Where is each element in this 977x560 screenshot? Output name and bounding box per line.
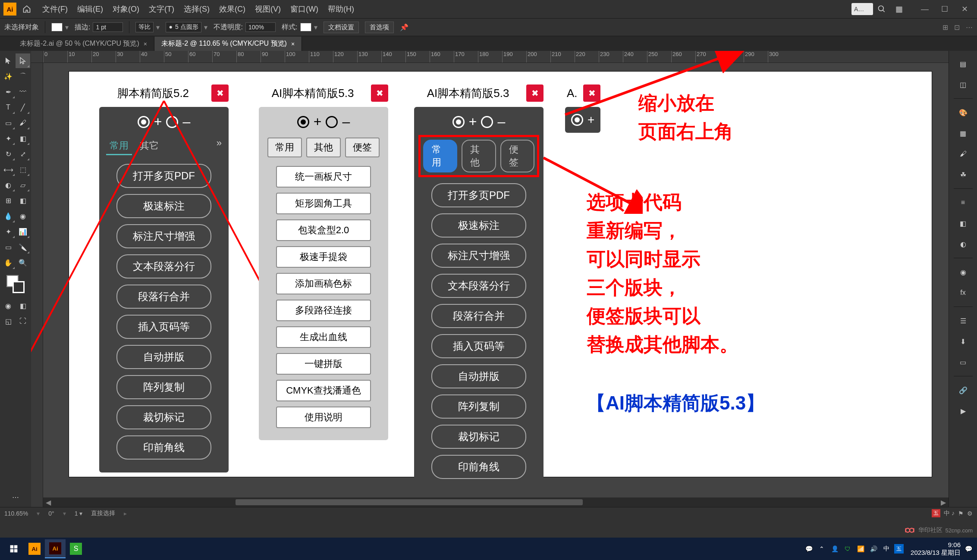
stroke-width-input[interactable] — [93, 22, 123, 32]
free-transform-tool[interactable]: ⬚ — [16, 162, 30, 177]
horizontal-scrollbar[interactable]: ◀ ▶ — [43, 497, 949, 507]
close-icon[interactable]: ✖ — [371, 84, 388, 102]
menu-edit[interactable]: 编辑(E) — [77, 4, 103, 14]
line-tool[interactable]: ╱ — [16, 100, 30, 115]
fill-mode-color[interactable]: ◉ — [1, 298, 16, 313]
color-picker[interactable] — [6, 275, 25, 293]
fill-mode-gradient[interactable]: ◧ — [16, 298, 30, 313]
rotate-tool[interactable]: ↻ — [1, 147, 16, 161]
symbols-panel-icon[interactable]: ☘ — [954, 165, 973, 184]
perspective-tool[interactable]: ▱ — [16, 178, 30, 192]
script-button[interactable]: 矩形圆角工具 — [276, 193, 371, 214]
brush-dropdown[interactable]: ●5 点圆形 — [166, 22, 201, 32]
opacity-input[interactable] — [245, 22, 276, 32]
magic-wand-tool[interactable]: ✨ — [1, 69, 16, 84]
ime-lang[interactable]: 中 ♪ — [944, 510, 955, 517]
tray-keyboard-icon[interactable]: 五 — [894, 544, 904, 554]
script-button[interactable]: 阵列复制 — [431, 394, 526, 419]
document-setup-button[interactable]: 文档设置 — [324, 22, 359, 33]
gradient-tool[interactable]: ◧ — [16, 193, 30, 208]
asset-export-panel-icon[interactable]: ⬇ — [954, 332, 973, 351]
eyedropper-tool[interactable]: 💧 — [1, 209, 16, 223]
shape-builder-tool[interactable]: ◐ — [1, 178, 16, 192]
tab-common[interactable]: 常用 — [267, 138, 302, 157]
script-button[interactable]: 裁切标记 — [431, 425, 526, 449]
tab-notes[interactable]: 便签 — [345, 138, 380, 157]
script-button[interactable]: 自动拼版 — [431, 364, 526, 388]
tray-people-icon[interactable]: 👤 — [829, 544, 840, 554]
script-button[interactable]: 多段路径连接 — [276, 300, 371, 321]
lasso-tool[interactable]: ⌒ — [16, 69, 30, 84]
title-search[interactable]: A… — [851, 3, 873, 15]
notification-icon[interactable]: ⚑ — [958, 510, 964, 517]
width-tool[interactable]: ⟷ — [1, 162, 16, 177]
taskbar-clock[interactable]: 9:06 2023/8/13 星期日 — [911, 541, 961, 557]
menu-help[interactable]: 帮助(H) — [328, 4, 354, 14]
script-button[interactable]: 使用说明 — [276, 407, 371, 428]
script-button[interactable]: 包装盒型2.0 — [276, 219, 371, 241]
layers-panel-icon[interactable]: ☰ — [954, 311, 973, 330]
draw-mode-icon[interactable]: ◱ — [1, 314, 16, 328]
shaper-tool[interactable]: ✦ — [1, 131, 16, 146]
rectangle-tool[interactable]: ▭ — [1, 116, 16, 130]
brushes-panel-icon[interactable]: 🖌 — [954, 144, 973, 163]
ruler-origin[interactable] — [31, 51, 43, 63]
style-swatch[interactable] — [300, 23, 311, 31]
close-icon[interactable]: ✖ — [526, 84, 543, 102]
properties-panel-icon[interactable]: ▤ — [954, 54, 973, 73]
script-button[interactable]: 极速手提袋 — [276, 246, 371, 268]
tray-ime-icon[interactable]: 中 — [881, 544, 892, 554]
script-button[interactable]: 极速标注 — [431, 213, 526, 238]
transform-icon[interactable]: ⊡ — [954, 23, 960, 31]
mesh-tool[interactable]: ⊞ — [1, 193, 16, 208]
script-button[interactable]: 一键拼版 — [276, 353, 371, 375]
tray-icon[interactable]: 💬 — [804, 544, 814, 554]
script-button[interactable]: 生成出血线 — [276, 326, 371, 348]
gradient-panel-icon[interactable]: ◧ — [954, 214, 973, 233]
zoom-tool[interactable]: 🔍 — [16, 255, 30, 270]
ime-indicator[interactable]: 五 — [932, 509, 940, 517]
maximize-button[interactable]: ☐ — [936, 3, 954, 15]
close-icon[interactable]: × — [291, 41, 295, 47]
minimize-button[interactable]: — — [916, 3, 934, 15]
align-icon[interactable]: ⊞ — [942, 23, 948, 31]
menu-window[interactable]: 窗口(W) — [290, 4, 318, 14]
taskbar-app-ai[interactable]: Ai — [24, 539, 45, 558]
script-button[interactable]: 印前角线 — [431, 455, 526, 479]
script-button[interactable]: 统一画板尺寸 — [276, 166, 371, 188]
script-button[interactable]: 打开多页PDF — [431, 183, 526, 207]
pin-icon[interactable]: 📌 — [400, 23, 408, 31]
settings-icon[interactable]: ⚙ — [967, 510, 973, 517]
horizontal-ruler[interactable]: 0102030405060708090100110120130140150160… — [43, 51, 949, 63]
close-icon[interactable]: × — [144, 41, 147, 47]
home-icon[interactable] — [20, 2, 34, 16]
swatches-panel-icon[interactable]: ▦ — [954, 124, 973, 143]
script-button[interactable]: 段落行合并 — [431, 304, 526, 328]
eraser-tool[interactable]: ◧ — [16, 131, 30, 146]
transparency-panel-icon[interactable]: ◐ — [954, 235, 973, 253]
menu-file[interactable]: 文件(F) — [42, 4, 68, 14]
menu-view[interactable]: 视图(V) — [255, 4, 281, 14]
menu-select[interactable]: 选择(S) — [184, 4, 210, 14]
zoom-level[interactable]: 110.65% — [4, 510, 28, 517]
close-icon[interactable]: ✖ — [583, 84, 600, 102]
tab-notes[interactable]: 便签 — [500, 140, 534, 172]
libraries-panel-icon[interactable]: ◫ — [954, 75, 973, 94]
close-icon[interactable]: ✖ — [211, 84, 229, 102]
screen-mode-icon[interactable]: ⛶ — [16, 314, 30, 328]
stroke-panel-icon[interactable]: ≡ — [954, 193, 973, 212]
artboard-nav[interactable]: 1 ▾ — [75, 510, 83, 517]
tray-chevron-up-icon[interactable]: ⌃ — [817, 544, 827, 554]
radio-icon[interactable] — [571, 114, 583, 126]
arrange-icon[interactable]: ▦ — [895, 4, 903, 14]
scale-tool[interactable]: ⤢ — [16, 147, 30, 161]
pen-tool[interactable]: ✒ — [1, 84, 16, 99]
actions-panel-icon[interactable]: ▶ — [954, 401, 973, 420]
script-button[interactable]: 添加画稿色标 — [276, 273, 371, 294]
slice-tool[interactable]: 🔪 — [16, 240, 30, 254]
preferences-button[interactable]: 首选项 — [365, 22, 394, 33]
script-button[interactable]: 文本段落分行 — [431, 274, 526, 298]
tray-shield-icon[interactable]: 🛡 — [842, 544, 853, 554]
close-button[interactable]: ✕ — [955, 3, 974, 15]
rotate-value[interactable]: 0° — [48, 510, 54, 517]
